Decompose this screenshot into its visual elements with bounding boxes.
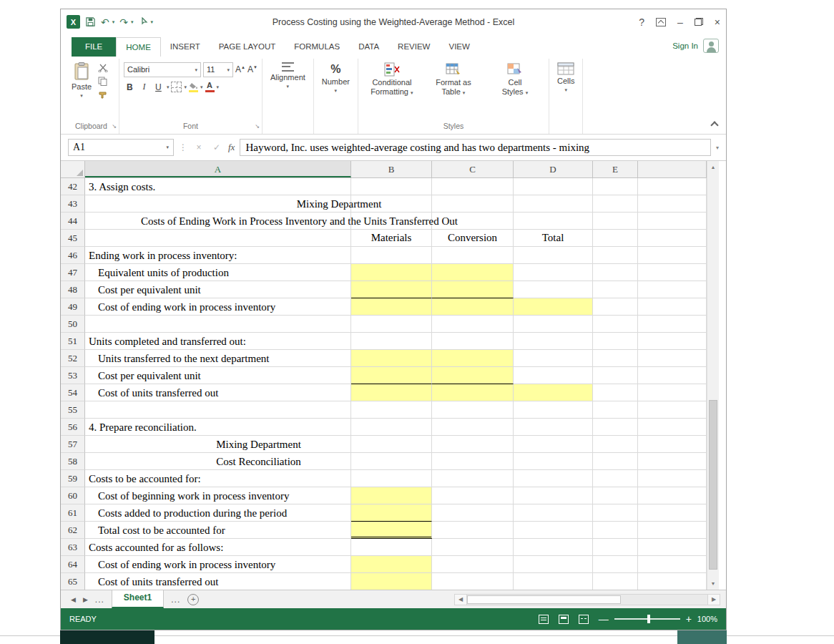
scroll-down-icon[interactable]: ▼ <box>707 577 719 590</box>
paste-button[interactable]: Paste ▾ <box>68 60 95 98</box>
font-color-dropdown-icon[interactable]: ▾ <box>217 84 220 89</box>
cell-B50[interactable] <box>351 316 432 333</box>
row-header-64[interactable]: 64 <box>61 556 85 573</box>
cell-F48[interactable] <box>638 281 707 298</box>
cell-A44[interactable] <box>85 213 351 230</box>
row-header-60[interactable]: 60 <box>61 487 85 504</box>
cell-B46[interactable] <box>351 247 432 264</box>
format-painter-icon[interactable] <box>98 90 111 100</box>
sheet-list-ellipsis-left[interactable]: ... <box>95 595 104 605</box>
cell-C55[interactable] <box>432 401 514 419</box>
cell-C52[interactable] <box>432 350 514 367</box>
page-layout-view-icon[interactable] <box>559 615 569 624</box>
cell-D65[interactable] <box>514 573 593 590</box>
cell-B64[interactable] <box>351 556 432 573</box>
cell-E45[interactable] <box>593 230 638 247</box>
cell-E46[interactable] <box>593 247 638 264</box>
formula-bar-splitter-icon[interactable]: ⋮ <box>179 142 187 152</box>
cell-F54[interactable] <box>638 384 707 401</box>
cell-B57[interactable] <box>351 436 432 453</box>
cell-E43[interactable] <box>593 195 638 213</box>
cell-D55[interactable] <box>514 401 593 419</box>
cell-B44[interactable] <box>351 213 432 230</box>
conditional-formatting-button[interactable]: ConditionalFormatting ▾ <box>363 60 421 97</box>
cells-button[interactable]: Cells ▾ <box>554 60 578 92</box>
cell-D53[interactable] <box>514 367 593 384</box>
row-header-65[interactable]: 65 <box>61 573 85 590</box>
row-header-44[interactable]: 44 <box>61 213 85 230</box>
horizontal-scrollbar[interactable]: ◀ ▶ <box>454 594 720 605</box>
cell-E42[interactable] <box>593 178 638 195</box>
normal-view-icon[interactable] <box>539 615 549 624</box>
borders-icon[interactable] <box>171 82 182 92</box>
cell-F56[interactable] <box>638 419 707 436</box>
row-header-45[interactable]: 45 <box>61 230 85 247</box>
sheet-tab-sheet1[interactable]: Sheet1 <box>112 590 164 608</box>
cell-A53[interactable] <box>85 367 351 384</box>
cell-C64[interactable] <box>432 556 514 573</box>
cell-F55[interactable] <box>638 401 707 419</box>
cell-E55[interactable] <box>593 401 638 419</box>
cell-D44[interactable] <box>514 213 593 230</box>
cell-A45[interactable] <box>85 230 351 247</box>
cell-B65[interactable] <box>351 573 432 590</box>
row-header-55[interactable]: 55 <box>61 401 85 419</box>
name-box[interactable]: A1 ▾ <box>68 139 174 156</box>
cell-F53[interactable] <box>638 367 707 384</box>
save-icon[interactable] <box>85 16 96 27</box>
cell-E60[interactable] <box>593 487 638 504</box>
insert-function-button[interactable]: fx <box>228 142 235 153</box>
undo-icon[interactable]: ↶ <box>101 17 109 27</box>
cell-D45[interactable]: Total <box>514 230 593 247</box>
cell-C54[interactable] <box>432 384 514 401</box>
cell-F50[interactable] <box>638 316 707 333</box>
cell-B52[interactable] <box>351 350 432 367</box>
clipboard-dialog-launcher-icon[interactable]: ↘ <box>112 123 117 130</box>
cell-E65[interactable] <box>593 573 638 590</box>
undo-dropdown-icon[interactable]: ▾ <box>112 19 115 25</box>
zoom-percentage[interactable]: 100% <box>697 615 717 623</box>
cell-E56[interactable] <box>593 419 638 436</box>
cell-F65[interactable] <box>638 573 707 590</box>
cell-D49[interactable] <box>514 298 593 316</box>
cell-A47[interactable] <box>85 264 351 281</box>
cell-A59[interactable] <box>85 470 351 487</box>
cell-C44[interactable] <box>432 213 514 230</box>
cell-A42[interactable] <box>85 178 351 195</box>
cell-A65[interactable] <box>85 573 351 590</box>
cell-E51[interactable] <box>593 333 638 350</box>
col-header-E[interactable]: E <box>593 161 638 177</box>
cell-C58[interactable] <box>432 453 514 470</box>
cell-B62[interactable] <box>351 522 432 539</box>
cell-E44[interactable] <box>593 213 638 230</box>
cell-F59[interactable] <box>638 470 707 487</box>
row-header-58[interactable]: 58 <box>61 453 85 470</box>
restore-button[interactable] <box>695 18 703 26</box>
enter-button[interactable]: ✓ <box>210 142 223 152</box>
row-header-50[interactable]: 50 <box>61 316 85 333</box>
cell-B61[interactable] <box>351 504 432 522</box>
cell-F61[interactable] <box>638 504 707 522</box>
cell-B58[interactable] <box>351 453 432 470</box>
cell-E64[interactable] <box>593 556 638 573</box>
vertical-scrollbar[interactable]: ▲ ▼ <box>707 161 719 590</box>
ribbon-display-options-icon[interactable] <box>656 18 666 26</box>
cell-D64[interactable] <box>514 556 593 573</box>
row-header-61[interactable]: 61 <box>61 504 85 522</box>
cell-B55[interactable] <box>351 401 432 419</box>
cell-E48[interactable] <box>593 281 638 298</box>
name-box-dropdown-icon[interactable]: ▾ <box>166 145 169 150</box>
tab-insert[interactable]: INSERT <box>161 37 210 57</box>
font-dialog-launcher-icon[interactable]: ↘ <box>255 123 260 130</box>
cell-C60[interactable] <box>432 487 514 504</box>
cell-E57[interactable] <box>593 436 638 453</box>
close-button[interactable]: × <box>715 17 720 27</box>
tab-formulas[interactable]: FORMULAS <box>285 37 349 57</box>
cell-A48[interactable] <box>85 281 351 298</box>
col-header-B[interactable]: B <box>351 161 432 177</box>
scroll-right-icon[interactable]: ▶ <box>707 594 720 605</box>
cell-B48[interactable] <box>351 281 432 298</box>
cell-F44[interactable] <box>638 213 707 230</box>
cell-D63[interactable] <box>514 539 593 556</box>
cell-A51[interactable] <box>85 333 351 350</box>
